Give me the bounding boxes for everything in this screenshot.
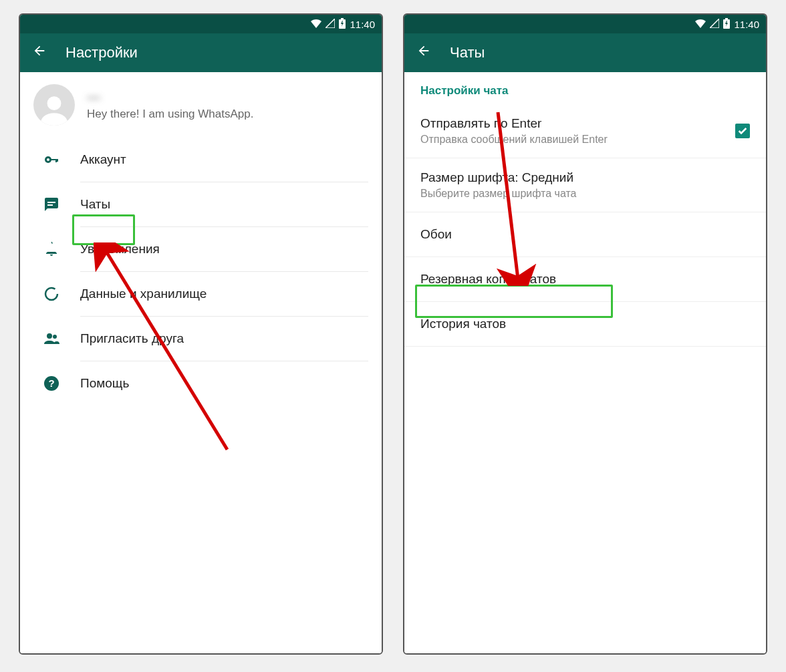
svg-rect-5	[55, 159, 57, 162]
chats-settings-content: Настройки чата Отправлять по Enter Отпра…	[404, 72, 766, 653]
wifi-icon	[695, 19, 706, 30]
bell-icon	[43, 240, 60, 258]
svg-point-10	[45, 288, 57, 300]
chat-icon	[43, 196, 60, 213]
back-icon[interactable]	[416, 43, 431, 62]
status-time: 11:40	[350, 19, 375, 30]
status-bar: 11:40	[404, 15, 766, 33]
svg-point-11	[47, 333, 52, 339]
setting-title: Отправлять по Enter	[420, 116, 722, 131]
status-time: 11:40	[734, 19, 759, 30]
signal-icon	[710, 19, 719, 30]
svg-point-12	[53, 335, 57, 339]
setting-label: История чатов	[420, 317, 506, 331]
menu-label: Чаты	[80, 197, 110, 211]
menu-item-help[interactable]: ? Помощь	[80, 361, 368, 405]
svg-rect-0	[341, 18, 344, 19]
svg-rect-8	[47, 202, 55, 203]
svg-rect-16	[725, 18, 728, 19]
menu-label: Данные и хранилище	[80, 287, 207, 301]
settings-content: — Hey there! I am using WhatsApp. Аккаун…	[20, 72, 382, 653]
phone-chats-settings: 11:40 Чаты Настройки чата Отправлять по …	[403, 13, 767, 655]
page-title: Чаты	[450, 44, 485, 61]
svg-point-7	[47, 158, 49, 161]
header: Чаты	[404, 33, 766, 72]
svg-rect-6	[57, 159, 58, 162]
setting-chat-history[interactable]: История чатов	[404, 302, 766, 347]
menu-label: Помощь	[80, 376, 129, 390]
setting-chat-backup[interactable]: Резервная копия чатов	[404, 257, 766, 302]
menu-label: Уведомления	[80, 242, 160, 256]
menu-item-chats[interactable]: Чаты	[80, 182, 368, 227]
status-bar: 11:40	[20, 15, 382, 33]
setting-subtitle: Выберите размер шрифта чата	[420, 188, 750, 200]
avatar	[33, 84, 75, 126]
setting-font-size[interactable]: Размер шрифта: Средний Выберите размер ш…	[404, 158, 766, 212]
setting-label: Резервная копия чатов	[420, 272, 556, 286]
checkbox-icon[interactable]	[735, 124, 750, 138]
phone-settings: 11:40 Настройки — Hey there! I am using …	[19, 13, 383, 655]
setting-enter-send[interactable]: Отправлять по Enter Отправка сообщений к…	[404, 104, 766, 158]
menu-label: Пригласить друга	[80, 331, 184, 345]
menu-item-invite[interactable]: Пригласить друга	[80, 317, 368, 361]
battery-icon	[339, 18, 346, 31]
menu-label: Аккаунт	[80, 152, 126, 166]
menu-item-account[interactable]: Аккаунт	[80, 138, 368, 182]
section-header: Настройки чата	[404, 72, 766, 104]
profile-status: Hey there! I am using WhatsApp.	[87, 108, 368, 121]
people-icon	[43, 330, 60, 347]
profile-name: —	[87, 90, 368, 105]
key-icon	[43, 151, 60, 168]
menu-item-data[interactable]: Данные и хранилище	[80, 272, 368, 317]
data-usage-icon	[43, 285, 60, 303]
svg-point-2	[47, 96, 61, 110]
page-title: Настройки	[66, 44, 138, 61]
back-icon[interactable]	[32, 43, 47, 62]
header: Настройки	[20, 33, 382, 72]
battery-icon	[723, 18, 730, 31]
svg-rect-9	[47, 204, 53, 206]
menu-item-notifications[interactable]: Уведомления	[80, 227, 368, 272]
svg-text:?: ?	[48, 377, 54, 389]
profile-row[interactable]: — Hey there! I am using WhatsApp.	[20, 72, 382, 138]
help-icon: ?	[43, 375, 60, 392]
profile-text: — Hey there! I am using WhatsApp.	[87, 90, 368, 121]
wifi-icon	[311, 19, 321, 30]
setting-label: Обои	[420, 227, 452, 241]
setting-wallpaper[interactable]: Обои	[404, 212, 766, 257]
setting-subtitle: Отправка сообщений клавишей Enter	[420, 134, 722, 146]
setting-title: Размер шрифта: Средний	[420, 170, 750, 185]
signal-icon	[325, 19, 335, 30]
